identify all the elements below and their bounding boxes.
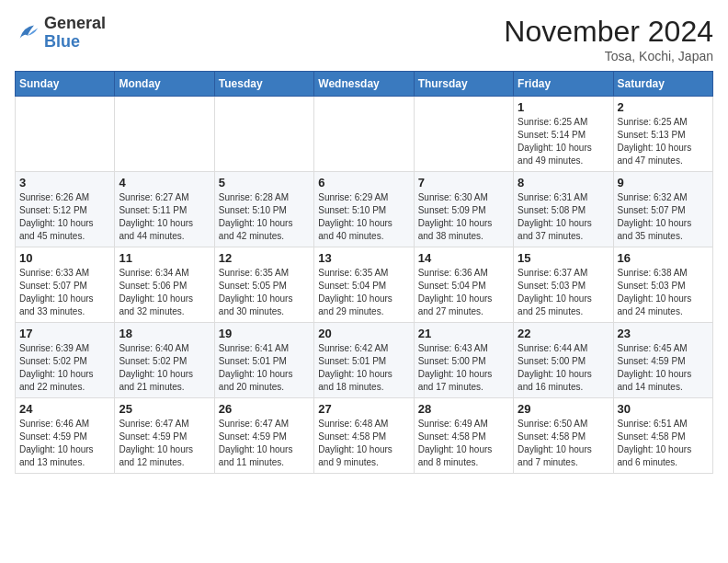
day-number: 24 [19, 402, 110, 416]
day-info: Sunrise: 6:28 AM Sunset: 5:10 PM Dayligh… [219, 191, 310, 243]
day-number: 20 [318, 327, 409, 340]
month-title: November 2024 [504, 15, 713, 49]
day-number: 30 [618, 402, 709, 416]
day-number: 2 [618, 100, 709, 114]
weekday-header-sunday: Sunday [16, 72, 115, 97]
day-number: 12 [219, 251, 310, 265]
calendar-cell: 14Sunrise: 6:36 AM Sunset: 5:04 PM Dayli… [414, 247, 513, 323]
logo-blue: Blue [44, 33, 106, 52]
day-number: 16 [618, 251, 709, 265]
day-number: 10 [19, 251, 110, 265]
day-info: Sunrise: 6:47 AM Sunset: 4:59 PM Dayligh… [119, 418, 210, 469]
day-info: Sunrise: 6:50 AM Sunset: 4:58 PM Dayligh… [518, 418, 609, 469]
day-number: 27 [318, 402, 409, 416]
day-number: 22 [518, 327, 609, 340]
day-info: Sunrise: 6:47 AM Sunset: 4:59 PM Dayligh… [219, 418, 310, 469]
calendar-cell: 2Sunrise: 6:25 AM Sunset: 5:13 PM Daylig… [613, 97, 712, 172]
day-info: Sunrise: 6:33 AM Sunset: 5:07 PM Dayligh… [19, 267, 110, 318]
day-info: Sunrise: 6:37 AM Sunset: 5:03 PM Dayligh… [518, 267, 609, 318]
day-info: Sunrise: 6:26 AM Sunset: 5:12 PM Dayligh… [19, 191, 110, 243]
weekday-header-monday: Monday [115, 72, 214, 97]
day-info: Sunrise: 6:29 AM Sunset: 5:10 PM Dayligh… [318, 191, 409, 243]
title-block: November 2024 Tosa, Kochi, Japan [504, 15, 713, 63]
day-number: 21 [418, 327, 509, 340]
calendar-cell: 26Sunrise: 6:47 AM Sunset: 4:59 PM Dayli… [214, 398, 313, 474]
weekday-header-tuesday: Tuesday [214, 72, 313, 97]
calendar-cell: 30Sunrise: 6:51 AM Sunset: 4:58 PM Dayli… [613, 398, 712, 474]
location: Tosa, Kochi, Japan [504, 49, 713, 63]
day-info: Sunrise: 6:36 AM Sunset: 5:04 PM Dayligh… [418, 267, 509, 318]
calendar-cell: 16Sunrise: 6:38 AM Sunset: 5:03 PM Dayli… [613, 247, 712, 323]
day-number: 1 [518, 100, 609, 114]
logo-bird-icon [15, 20, 40, 46]
calendar-table: SundayMondayTuesdayWednesdayThursdayFrid… [15, 71, 713, 474]
calendar-cell: 24Sunrise: 6:46 AM Sunset: 4:59 PM Dayli… [16, 398, 115, 474]
calendar-week-row: 10Sunrise: 6:33 AM Sunset: 5:07 PM Dayli… [16, 247, 713, 323]
weekday-header-saturday: Saturday [613, 72, 712, 97]
calendar-cell: 28Sunrise: 6:49 AM Sunset: 4:58 PM Dayli… [414, 398, 513, 474]
day-number: 14 [418, 251, 509, 265]
day-info: Sunrise: 6:35 AM Sunset: 5:05 PM Dayligh… [219, 267, 310, 318]
day-info: Sunrise: 6:45 AM Sunset: 4:59 PM Dayligh… [618, 342, 709, 394]
day-number: 28 [418, 402, 509, 416]
calendar-cell [314, 97, 414, 172]
day-info: Sunrise: 6:42 AM Sunset: 5:01 PM Dayligh… [318, 342, 409, 394]
day-number: 5 [219, 176, 310, 190]
weekday-header-row: SundayMondayTuesdayWednesdayThursdayFrid… [16, 72, 713, 97]
day-number: 11 [119, 251, 210, 265]
calendar-cell: 22Sunrise: 6:44 AM Sunset: 5:00 PM Dayli… [514, 323, 613, 398]
day-number: 23 [618, 327, 709, 340]
calendar-cell: 3Sunrise: 6:26 AM Sunset: 5:12 PM Daylig… [16, 172, 115, 247]
calendar-week-row: 3Sunrise: 6:26 AM Sunset: 5:12 PM Daylig… [16, 172, 713, 247]
calendar-cell: 29Sunrise: 6:50 AM Sunset: 4:58 PM Dayli… [514, 398, 613, 474]
day-info: Sunrise: 6:25 AM Sunset: 5:14 PM Dayligh… [518, 116, 609, 167]
calendar-cell: 27Sunrise: 6:48 AM Sunset: 4:58 PM Dayli… [314, 398, 414, 474]
logo: General Blue [15, 15, 106, 52]
calendar-cell: 8Sunrise: 6:31 AM Sunset: 5:08 PM Daylig… [514, 172, 613, 247]
calendar-cell [115, 97, 214, 172]
calendar-cell: 6Sunrise: 6:29 AM Sunset: 5:10 PM Daylig… [314, 172, 414, 247]
day-info: Sunrise: 6:51 AM Sunset: 4:58 PM Dayligh… [618, 418, 709, 469]
calendar-cell: 25Sunrise: 6:47 AM Sunset: 4:59 PM Dayli… [115, 398, 214, 474]
calendar-cell: 5Sunrise: 6:28 AM Sunset: 5:10 PM Daylig… [214, 172, 313, 247]
day-info: Sunrise: 6:27 AM Sunset: 5:11 PM Dayligh… [119, 191, 210, 243]
day-info: Sunrise: 6:44 AM Sunset: 5:00 PM Dayligh… [518, 342, 609, 394]
day-number: 25 [119, 402, 210, 416]
calendar-cell: 19Sunrise: 6:41 AM Sunset: 5:01 PM Dayli… [214, 323, 313, 398]
day-info: Sunrise: 6:32 AM Sunset: 5:07 PM Dayligh… [618, 191, 709, 243]
calendar-cell: 10Sunrise: 6:33 AM Sunset: 5:07 PM Dayli… [16, 247, 115, 323]
day-info: Sunrise: 6:46 AM Sunset: 4:59 PM Dayligh… [19, 418, 110, 469]
day-number: 8 [518, 176, 609, 190]
calendar-cell [214, 97, 313, 172]
day-number: 6 [318, 176, 409, 190]
calendar-week-row: 17Sunrise: 6:39 AM Sunset: 5:02 PM Dayli… [16, 323, 713, 398]
day-number: 4 [119, 176, 210, 190]
logo-general: General [44, 15, 106, 33]
calendar-week-row: 24Sunrise: 6:46 AM Sunset: 4:59 PM Dayli… [16, 398, 713, 474]
day-info: Sunrise: 6:38 AM Sunset: 5:03 PM Dayligh… [618, 267, 709, 318]
weekday-header-thursday: Thursday [414, 72, 513, 97]
calendar-cell: 12Sunrise: 6:35 AM Sunset: 5:05 PM Dayli… [214, 247, 313, 323]
day-number: 26 [219, 402, 310, 416]
weekday-header-wednesday: Wednesday [314, 72, 414, 97]
day-number: 3 [19, 176, 110, 190]
day-info: Sunrise: 6:48 AM Sunset: 4:58 PM Dayligh… [318, 418, 409, 469]
day-number: 15 [518, 251, 609, 265]
day-info: Sunrise: 6:35 AM Sunset: 5:04 PM Dayligh… [318, 267, 409, 318]
day-number: 9 [618, 176, 709, 190]
calendar-cell [16, 97, 115, 172]
day-number: 18 [119, 327, 210, 340]
day-number: 17 [19, 327, 110, 340]
calendar-cell: 17Sunrise: 6:39 AM Sunset: 5:02 PM Dayli… [16, 323, 115, 398]
day-number: 13 [318, 251, 409, 265]
day-info: Sunrise: 6:41 AM Sunset: 5:01 PM Dayligh… [219, 342, 310, 394]
calendar-cell: 11Sunrise: 6:34 AM Sunset: 5:06 PM Dayli… [115, 247, 214, 323]
calendar-cell: 1Sunrise: 6:25 AM Sunset: 5:14 PM Daylig… [514, 97, 613, 172]
day-info: Sunrise: 6:25 AM Sunset: 5:13 PM Dayligh… [618, 116, 709, 167]
day-number: 19 [219, 327, 310, 340]
day-info: Sunrise: 6:31 AM Sunset: 5:08 PM Dayligh… [518, 191, 609, 243]
day-info: Sunrise: 6:34 AM Sunset: 5:06 PM Dayligh… [119, 267, 210, 318]
calendar-cell: 15Sunrise: 6:37 AM Sunset: 5:03 PM Dayli… [514, 247, 613, 323]
day-info: Sunrise: 6:43 AM Sunset: 5:00 PM Dayligh… [418, 342, 509, 394]
day-info: Sunrise: 6:30 AM Sunset: 5:09 PM Dayligh… [418, 191, 509, 243]
